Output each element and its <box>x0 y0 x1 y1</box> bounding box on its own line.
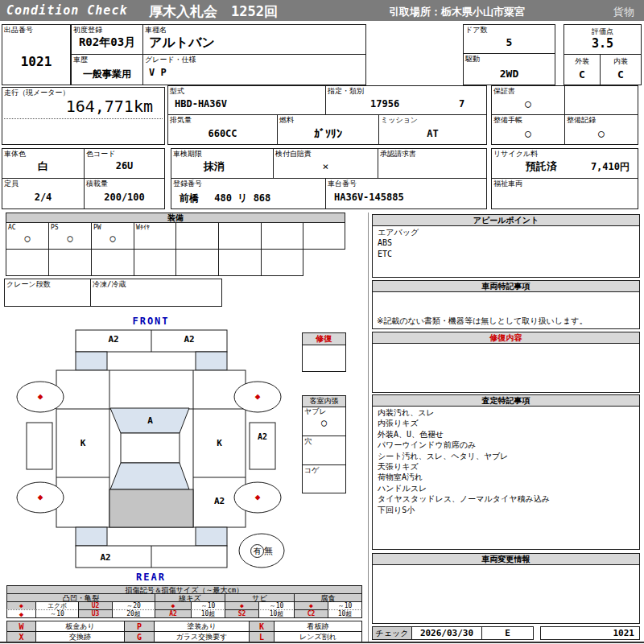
auction-title: 厚木入札会 1252回 <box>149 2 278 21</box>
auction-condition-sheet: Condition Check 厚木入札会 1252回 引取場所：栃木県小山市粟… <box>0 0 644 644</box>
inspection-label: 車検期限 <box>173 150 202 158</box>
warranty-mark: ○ <box>492 97 564 109</box>
vehicle-change-panel: 車両変更情報 <box>372 553 640 624</box>
equipment-label: AC <box>8 224 16 232</box>
exterior-grade-value: C <box>564 68 600 80</box>
check-label: チェック <box>372 626 412 640</box>
vehicle-change-title: 車両変更情報 <box>373 554 639 565</box>
maintenance-record-mark: ○ <box>565 127 638 139</box>
inspection-box: 車検期限 抹消 <box>171 148 274 179</box>
interior-grade-value: C <box>601 68 641 80</box>
legend-desc: 看板跡 <box>274 621 362 632</box>
drivetrain-box: 駆動 2WD <box>463 53 555 85</box>
equipment-cell-empty <box>91 249 134 276</box>
damage-code-right-door: K <box>193 438 246 448</box>
legend-desc: ガラス交換要す <box>154 631 250 642</box>
damage-code-front-bumper-left: A2 <box>76 334 151 345</box>
mileage-divider <box>4 118 163 119</box>
equipment-cell-empty <box>48 249 92 276</box>
doors-box: ドア数 5 <box>463 24 555 54</box>
cabin-row-ana: 穴 <box>303 436 345 464</box>
assessment-line: 内張りキズ <box>378 418 636 428</box>
damage-code-rear-bumper-left: A2 <box>77 552 134 563</box>
first-registration-value: R02年03月 <box>72 35 142 50</box>
rear-label: REAR <box>89 572 213 583</box>
legend-desc: レンズ割れ <box>274 631 362 642</box>
assessment-line: 内装汚れ、スレ <box>378 407 636 418</box>
assessment-line: パワーウインドウ前席のみ <box>378 440 636 450</box>
capacity-value: 2/4 <box>2 192 84 203</box>
repair-details-panel: 修復内容 <box>372 332 640 393</box>
assessment-line: 外装A、U、色褪せ <box>378 429 636 440</box>
load-capacity-value: 200/100 <box>85 192 164 203</box>
page-bottom-rule <box>0 642 644 643</box>
equipment-cell-empty <box>175 249 219 276</box>
model-code-box: 型式 HBD-HA36V <box>167 85 326 115</box>
insurance-box: 検付自賠責 × <box>273 148 378 179</box>
assessment-line: 荷物室A汚れ <box>378 472 636 482</box>
diamond-icon: ◆ <box>250 492 266 502</box>
cabin-row-label: コゲ <box>304 466 319 474</box>
fuel-value: ｶﾞｿﾘﾝ <box>278 127 378 140</box>
circle-mark: ○ <box>303 417 345 428</box>
assessment-line: タイヤスタッドレス、ノーマルタイヤ積み込み <box>378 493 636 504</box>
repair-mini-box: 修復 <box>302 332 346 372</box>
equipment-label: PS <box>51 224 59 232</box>
exterior-grade-label: 外装 <box>564 56 600 67</box>
spare-no-mark: 無 <box>264 546 273 556</box>
equipment-cell-empty <box>218 249 262 276</box>
assessment-line: 下回りS小 <box>378 505 636 515</box>
registration-number-value: 前橋 480 リ 868 <box>180 192 325 205</box>
circle-mark: ○ <box>92 233 134 244</box>
maintenance-book-box: 整備手帳 ○ <box>491 114 565 145</box>
crane-box: クレーン段数 <box>4 279 91 307</box>
left-side-panel-shape <box>27 423 52 469</box>
equipment-cell-ac: AC ○ <box>6 222 49 250</box>
header-bar: Condition Check 厚木入札会 1252回 引取場所：栃木県小山市粟… <box>0 0 644 21</box>
legend-code: K <box>249 621 275 632</box>
displacement-box: 排気量 660CC <box>167 114 278 145</box>
warranty-box: 保証書 ○ <box>491 85 565 115</box>
cabin-lining-title: 客室内張 <box>303 396 345 407</box>
cabin-row-yabure: ヤブレ ○ <box>303 407 345 436</box>
special-notes-disclaimer: ※記載のない書類・機器等は無しとして取り扱いします。 <box>377 316 637 327</box>
chassis-number-label: 車台番号 <box>328 180 357 188</box>
drivetrain-label: 駆動 <box>465 55 480 63</box>
assessment-notes-title: 査定特記事項 <box>373 395 639 407</box>
damage-code-front-bumper-right: A2 <box>151 334 227 345</box>
welfare-vehicle-box: 福祉車両 <box>491 178 638 209</box>
score-value: 3.5 <box>564 36 641 51</box>
first-registration-label: 初度登録 <box>73 26 102 34</box>
diamond-icon: ◆ <box>32 391 48 402</box>
rear-left-corner-shape <box>76 527 107 546</box>
special-notes-panel: 車両特記事項 ※記載のない書類・機器等は無しとして取り扱いします。 <box>372 280 640 329</box>
load-capacity-box: 積載量 200/100 <box>84 178 165 209</box>
color-code-label: 色コード <box>86 150 115 158</box>
diamond-icon: ◆ <box>6 609 36 618</box>
transmission-label: ミッション <box>381 116 418 124</box>
equipment-cell-empty <box>6 249 49 276</box>
exterior-grade-cell: 外装 C <box>564 54 601 86</box>
history-label: 車歴 <box>73 56 88 64</box>
blank-cell <box>564 85 638 115</box>
legend-code: S2 <box>225 609 259 618</box>
front-right-corner-shape <box>196 352 227 370</box>
grade-value: V P <box>149 67 365 78</box>
recycle-fee-label: リサイクル料 <box>493 150 538 158</box>
maintenance-book-label: 整備手帳 <box>493 116 522 124</box>
diamond-icon: ◆ <box>32 492 48 502</box>
capacity-label: 定員 <box>4 180 19 188</box>
model-code-value: HBD-HA36V <box>175 98 325 109</box>
interior-grade-cell: 内装 C <box>601 54 641 86</box>
reefer-label: 冷凍/冷蔵 <box>93 280 126 288</box>
insurance-mark: × <box>274 160 378 172</box>
lot-number-label: 出品番号 <box>4 26 33 34</box>
equipment-cell-empty <box>175 222 219 250</box>
assessment-line: 天張りキズ <box>378 461 636 472</box>
spare-yes-mark: 有 <box>250 544 264 558</box>
drivetrain-value: 2WD <box>464 68 555 80</box>
equipment-cell-empty <box>134 249 176 276</box>
reefer-box: 冷凍/冷蔵 <box>90 279 222 307</box>
damage-code-left-door: K <box>56 438 109 448</box>
assessment-line: シート汚れ、スレ、ヘタリ、ヤブレ <box>378 451 636 461</box>
